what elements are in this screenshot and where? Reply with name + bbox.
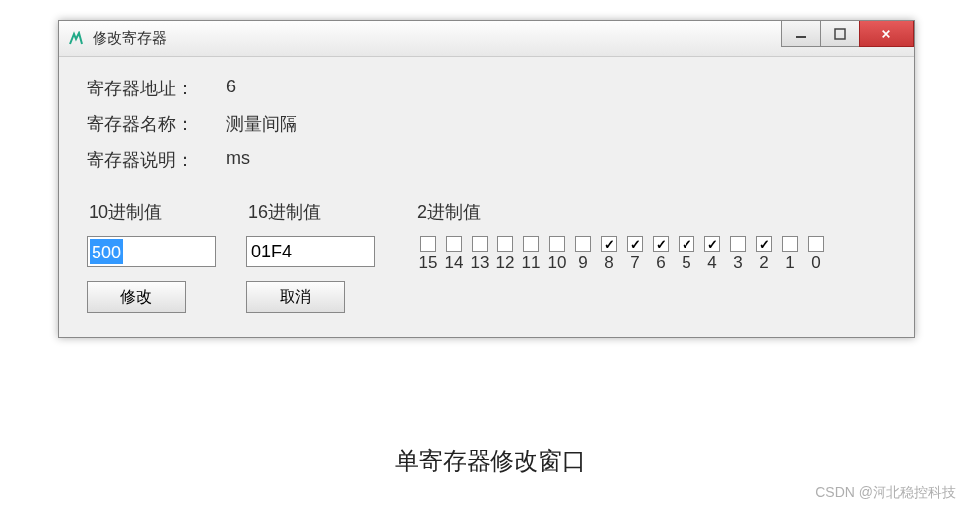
bit-checkbox-11[interactable] xyxy=(523,236,539,252)
bit-label-5: 5 xyxy=(682,254,690,273)
decimal-input-text: 500 xyxy=(90,239,123,264)
dialog-window: 修改寄存器 寄存器地址： 6 寄存器名称： 测量间隔 寄存器说明： ms xyxy=(58,20,915,338)
app-icon xyxy=(67,30,85,48)
bit-label-4: 4 xyxy=(707,254,716,273)
bit-checkbox-3[interactable] xyxy=(730,236,746,252)
bit-0: 0 xyxy=(803,236,829,273)
bit-label-8: 8 xyxy=(604,254,613,273)
decimal-column: 10进制值 500 修改 xyxy=(87,200,216,313)
bit-checkbox-15[interactable] xyxy=(420,236,436,252)
bit-checkbox-10[interactable] xyxy=(549,236,565,252)
window-title: 修改寄存器 xyxy=(93,29,782,48)
bit-7: 7 xyxy=(622,236,648,273)
bit-13: 13 xyxy=(467,236,492,273)
register-name-label: 寄存器名称： xyxy=(87,112,226,136)
bit-label-15: 15 xyxy=(419,254,438,273)
register-name-row: 寄存器名称： 测量间隔 xyxy=(87,112,886,136)
bit-9: 9 xyxy=(570,236,596,273)
bit-8: 8 xyxy=(596,236,622,273)
register-desc-label: 寄存器说明： xyxy=(87,148,226,172)
bit-12: 12 xyxy=(492,236,518,273)
bit-label-7: 7 xyxy=(630,254,639,273)
bit-3: 3 xyxy=(725,236,751,273)
svg-rect-1 xyxy=(835,29,845,39)
bit-checkbox-7[interactable] xyxy=(627,236,643,252)
bit-2: 2 xyxy=(751,236,777,273)
binary-column: 2进制值 1514131211109876543210 xyxy=(415,200,886,313)
svg-rect-0 xyxy=(796,36,806,38)
bit-label-10: 10 xyxy=(548,254,567,273)
bit-11: 11 xyxy=(518,236,544,273)
register-address-row: 寄存器地址： 6 xyxy=(87,77,886,100)
bit-label-6: 6 xyxy=(656,254,665,273)
bit-checkbox-4[interactable] xyxy=(704,236,720,252)
cancel-button[interactable]: 取消 xyxy=(246,281,345,313)
bit-checkbox-2[interactable] xyxy=(756,236,772,252)
bit-14: 14 xyxy=(441,236,467,273)
binary-header: 2进制值 xyxy=(415,200,886,224)
bit-4: 4 xyxy=(699,236,725,273)
bit-15: 15 xyxy=(415,236,441,273)
bit-1: 1 xyxy=(777,236,803,273)
bit-checkbox-0[interactable] xyxy=(808,236,824,252)
bit-label-14: 14 xyxy=(445,254,464,273)
bits-row: 1514131211109876543210 xyxy=(415,236,886,273)
bit-label-13: 13 xyxy=(471,254,490,273)
modify-button[interactable]: 修改 xyxy=(87,281,186,313)
register-name-value: 测量间隔 xyxy=(226,112,297,136)
figure-caption: 单寄存器修改窗口 xyxy=(0,445,980,477)
bit-label-9: 9 xyxy=(578,254,587,273)
hex-input[interactable] xyxy=(246,236,375,267)
bit-checkbox-6[interactable] xyxy=(653,236,669,252)
decimal-input[interactable]: 500 xyxy=(87,236,216,267)
register-address-label: 寄存器地址： xyxy=(87,77,226,100)
bit-label-11: 11 xyxy=(522,254,541,273)
titlebar[interactable]: 修改寄存器 xyxy=(59,21,914,57)
window-controls xyxy=(782,21,914,56)
bit-checkbox-9[interactable] xyxy=(575,236,591,252)
maximize-button[interactable] xyxy=(820,21,860,47)
bit-checkbox-13[interactable] xyxy=(472,236,488,252)
bit-label-1: 1 xyxy=(785,254,794,273)
watermark: CSDN @河北稳控科技 xyxy=(815,484,956,502)
decimal-header: 10进制值 xyxy=(87,200,216,224)
bit-5: 5 xyxy=(674,236,699,273)
client-area: 寄存器地址： 6 寄存器名称： 测量间隔 寄存器说明： ms 10进制值 500… xyxy=(59,57,914,337)
bit-label-2: 2 xyxy=(759,254,768,273)
bit-label-0: 0 xyxy=(811,254,820,273)
bit-label-3: 3 xyxy=(733,254,742,273)
bit-6: 6 xyxy=(648,236,674,273)
values-row: 10进制值 500 修改 16进制值 取消 2进制值 1514131211109… xyxy=(87,200,886,313)
bit-checkbox-8[interactable] xyxy=(601,236,617,252)
bit-label-12: 12 xyxy=(496,254,515,273)
bit-checkbox-12[interactable] xyxy=(497,236,513,252)
hex-column: 16进制值 取消 xyxy=(246,200,375,313)
bit-checkbox-1[interactable] xyxy=(782,236,798,252)
bit-10: 10 xyxy=(544,236,570,273)
register-desc-row: 寄存器说明： ms xyxy=(87,148,886,172)
hex-header: 16进制值 xyxy=(246,200,375,224)
register-desc-value: ms xyxy=(226,148,250,172)
register-address-value: 6 xyxy=(226,77,236,100)
bit-checkbox-14[interactable] xyxy=(446,236,462,252)
bit-checkbox-5[interactable] xyxy=(679,236,694,252)
close-button[interactable] xyxy=(859,21,914,47)
minimize-button[interactable] xyxy=(781,21,821,47)
